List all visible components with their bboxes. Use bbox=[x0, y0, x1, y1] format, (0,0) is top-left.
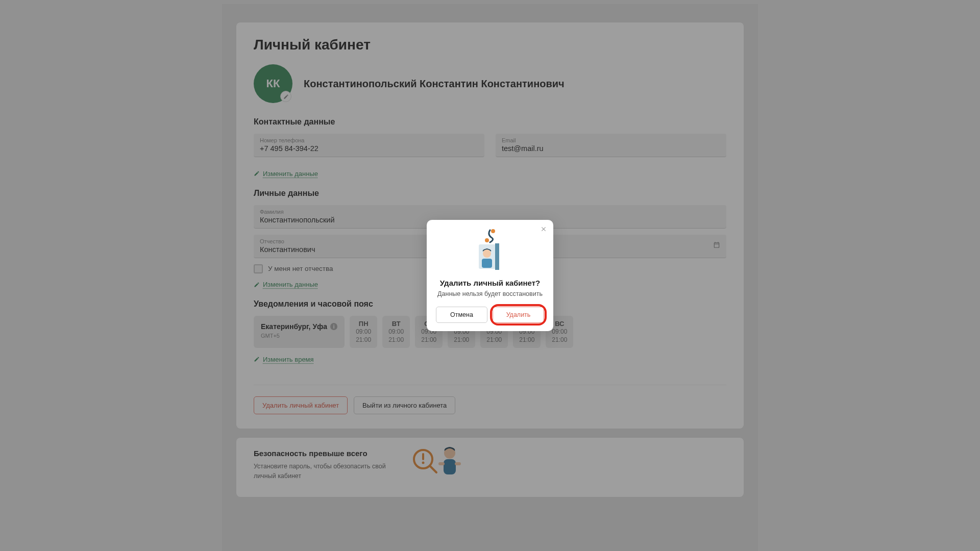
modal-cancel-button[interactable]: Отмена bbox=[436, 307, 487, 323]
svg-point-12 bbox=[483, 249, 491, 258]
modal-title: Удалить личный кабинет? bbox=[436, 279, 544, 287]
modal-close-button[interactable] bbox=[540, 225, 547, 234]
close-icon bbox=[540, 226, 547, 233]
modal-confirm-label: Удалить bbox=[506, 311, 531, 318]
svg-point-8 bbox=[491, 229, 495, 233]
modal-illustration bbox=[470, 229, 510, 272]
svg-point-9 bbox=[485, 238, 489, 242]
svg-rect-11 bbox=[495, 243, 499, 270]
modal-subtitle: Данные нельзя будет восстановить bbox=[436, 290, 544, 297]
modal-overlay[interactable]: Удалить личный кабинет? Данные нельзя бу… bbox=[0, 0, 980, 551]
svg-rect-13 bbox=[482, 259, 492, 268]
modal-confirm-button[interactable]: Удалить bbox=[493, 307, 544, 323]
delete-confirm-modal: Удалить личный кабинет? Данные нельзя бу… bbox=[427, 220, 553, 331]
